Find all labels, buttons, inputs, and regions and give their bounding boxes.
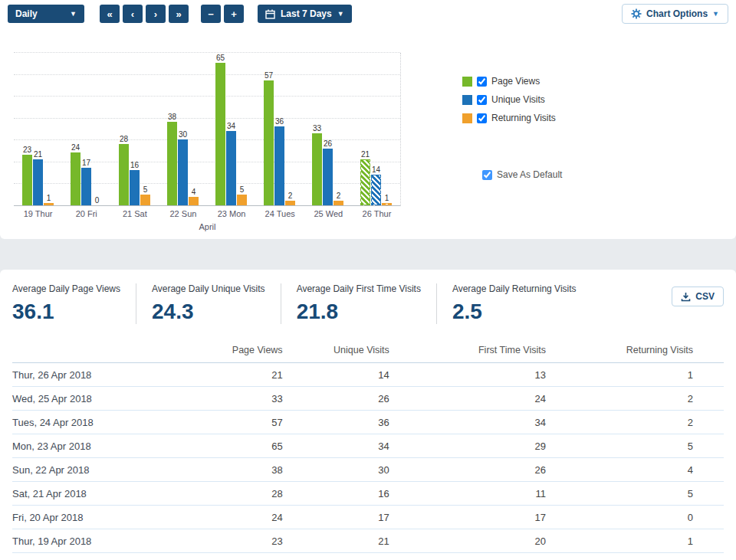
returning-visits-bar [44,203,54,205]
zoom-in-button[interactable]: + [224,5,244,23]
stat-value: 36.1 [12,300,120,324]
bar-value-label: 16 [130,161,139,169]
bar-value-label: 33 [313,124,321,133]
cell-value: 38 [162,458,283,482]
bar-value-label: 24 [71,143,80,152]
page-views-bar [119,144,129,205]
bar-value-label: 57 [264,71,273,80]
cell-value: 29 [389,434,546,458]
chart-legend: Page Views Unique Visits Returning Visit… [462,76,562,231]
returning-visits-bar [382,203,392,205]
date-range-button[interactable]: Last 7 Days ▼ [258,5,352,23]
chevron-down-icon: ▼ [337,11,344,18]
cell-value: 34 [283,434,389,458]
save-as-default-checkbox[interactable] [482,170,492,180]
chart-options-button[interactable]: Chart Options ▼ [622,4,728,24]
stats-panel: Average Daily Page Views 36.1 Average Da… [0,270,736,560]
page-views-checkbox[interactable] [477,77,487,87]
zoom-out-button[interactable]: − [201,5,221,23]
row-date-label: Thur, 19 Apr 2018 [12,529,162,553]
previous-period-button[interactable]: ‹ [123,5,143,23]
page-views-swatch [462,77,472,87]
cell-value: 17 [283,506,389,529]
table-row: Thur, 19 Apr 20182321201 [12,529,724,553]
cell-value: 23 [162,529,283,553]
next-period-button[interactable]: › [146,5,166,23]
stat-value: 24.3 [152,300,265,324]
granularity-label: Daily [15,8,38,19]
x-axis-title: April [14,222,401,231]
bar-group: 57362 [255,53,304,205]
chart-panel: Daily ▼ « ‹ › » − + Last 7 Days ▼ Chart … [0,0,736,239]
cell-value: 0 [546,506,724,529]
cell-value: 28 [162,482,283,506]
column-header: First Time Visits [389,338,546,363]
unique-visits-bar [323,149,333,205]
unique-visits-bar [371,175,381,205]
table-row: Fri, 20 Apr 20182417170 [12,506,724,529]
bar-value-label: 2 [337,192,341,200]
total-value: 289 [162,553,283,560]
bar-group: 28165 [110,53,159,205]
unique-visits-bar [81,168,91,205]
column-header [12,338,162,363]
granularity-dropdown[interactable]: Daily ▼ [8,5,84,23]
x-tick-label: 24 Tues [256,209,304,218]
cell-value: 14 [283,363,389,387]
unique-visits-bar [226,131,236,205]
unique-visits-bar [178,139,188,205]
zoom-group: − + [201,5,244,23]
table-row: Thur, 26 Apr 20182114131 [12,363,724,387]
cell-value: 13 [389,363,546,387]
bar-value-label: 26 [324,139,332,148]
chart-plot-area: 2321124170281653830465345573623326221141 [14,53,401,206]
unique-visits-checkbox[interactable] [477,95,487,105]
download-icon [681,292,691,302]
bar-group: 24170 [62,53,110,205]
column-header: Returning Visits [546,338,724,363]
bar-value-label: 23 [23,146,31,154]
stats-table: Page ViewsUnique VisitsFirst Time Visits… [12,338,724,560]
chevron-down-icon: ▼ [70,11,77,18]
cell-value: 26 [389,458,546,482]
calendar-icon [265,9,275,19]
row-date-label: Thur, 26 Apr 2018 [12,363,162,387]
csv-download-button[interactable]: CSV [672,287,724,306]
bar-value-label: 2 [288,192,293,200]
cell-value: 5 [546,434,724,458]
save-as-default: Save As Default [482,169,562,180]
row-date-label: Sat, 21 Apr 2018 [12,482,162,506]
last-period-button[interactable]: » [169,5,189,23]
page-views-bar [264,80,274,205]
stat-label: Average Daily Page Views [12,283,120,294]
returning-visits-bar [334,201,343,205]
bar-value-label: 1 [385,194,389,202]
stat-label: Average Daily Returning Visits [452,283,577,294]
bar-value-label: 21 [361,150,370,159]
legend-label: Unique Visits [491,94,545,105]
cell-value: 2 [546,387,724,411]
total-value: 174 [389,553,546,560]
bar-value-label: 28 [120,135,128,143]
row-date-label: Tues, 24 Apr 2018 [12,411,162,434]
bar-value-label: 30 [179,130,187,139]
unique-visits-bar [274,126,284,205]
first-period-button[interactable]: « [100,5,120,23]
cell-value: 11 [389,482,546,506]
bar-chart: 2321124170281653830465345573623326221141… [14,53,428,231]
unique-visits-swatch [462,95,472,105]
bar-value-label: 65 [216,54,225,62]
bar-value-label: 5 [143,185,148,194]
cell-value: 36 [283,411,389,434]
cell-value: 20 [389,529,546,553]
cell-value: 30 [283,458,389,482]
returning-visits-bar [140,195,150,205]
stat-value: 2.5 [452,300,577,324]
returning-visits-checkbox[interactable] [477,113,487,123]
x-tick-label: 25 Wed [304,209,353,218]
page-views-bar [360,159,370,205]
cell-value: 1 [546,529,724,553]
x-axis-labels: 19 Thur20 Fri21 Sat22 Sun23 Mon24 Tues25… [14,209,401,218]
bar-value-label: 21 [34,150,42,159]
stat-first-time-visits: Average Daily First Time Visits 21.8 [281,283,436,324]
